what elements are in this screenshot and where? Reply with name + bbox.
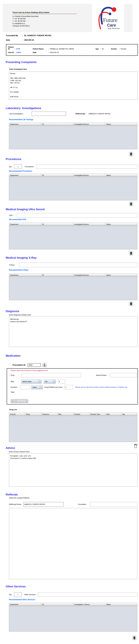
lab-investigation-input[interactable] bbox=[32, 112, 66, 116]
column-header-investigation: Investigation / Service bbox=[73, 603, 105, 606]
chevron-down-icon: ▼ bbox=[40, 385, 43, 389]
trash-icon bbox=[133, 636, 136, 639]
duration-unit-value: Day/s bbox=[32, 386, 37, 388]
other-services-qty-input[interactable] bbox=[14, 592, 22, 597]
visit-id-value: 12855 bbox=[16, 52, 21, 53]
logo-tagline: Body Mind Soul bbox=[108, 27, 120, 30]
duration-label: Duration : bbox=[10, 386, 21, 388]
add-drug-button[interactable]: + Add Drug bbox=[10, 399, 28, 403]
column-header-qty: Qty bbox=[121, 413, 137, 416]
company-email: E: jude@future.sc bbox=[12, 22, 77, 25]
column-header-investigation: Investigation/Service bbox=[73, 174, 105, 177]
drug-input[interactable] bbox=[21, 373, 81, 377]
special-notes-input[interactable] bbox=[110, 373, 137, 377]
company-name: Future Care by Future Holdings (Pty) Lim… bbox=[12, 12, 77, 13]
procedures-label: Procedures : bbox=[25, 166, 34, 168]
trash-icon bbox=[130, 152, 132, 156]
column-header-department: Department bbox=[9, 174, 41, 177]
other-services-delete-button[interactable] bbox=[132, 636, 136, 640]
trash-outline-icon bbox=[134, 444, 137, 448]
colon: : bbox=[48, 48, 49, 50]
recommended-uss-link[interactable]: Recommended USS bbox=[9, 218, 26, 220]
reffering-doctor-input[interactable] bbox=[23, 502, 64, 506]
logo-blue-dot bbox=[109, 12, 111, 15]
column-header-investigation: Investigation/Service bbox=[73, 123, 105, 126]
clinic-info-block: Future Care by Future Holdings (Pty) Lim… bbox=[3, 4, 77, 32]
diagnosis-textarea[interactable]: Mild Anemia Impress viral infection?? bbox=[9, 316, 138, 347]
per-meal-input[interactable] bbox=[64, 385, 73, 390]
xray-input[interactable] bbox=[19, 263, 138, 267]
per-meal-label: Drugs/Tablets per meal : bbox=[44, 386, 63, 388]
trash-icon bbox=[130, 302, 132, 305]
duration-unit-select[interactable]: Day/s ▼ bbox=[31, 385, 43, 389]
duration-input[interactable] bbox=[21, 385, 30, 390]
drug-list-table: Drug ID Drug Fequency Way Duration Durat… bbox=[9, 412, 137, 442]
age-label: Age bbox=[96, 48, 100, 50]
procedures-table: Department ID Investigation/Service Stat… bbox=[9, 174, 137, 200]
consultant-label: Consultant bbox=[78, 504, 86, 505]
uss-input[interactable] bbox=[17, 213, 138, 218]
xray-table-body bbox=[9, 277, 137, 300]
reffering-doctor-label: Reffering Doctor bbox=[9, 504, 22, 505]
refferals-sublabel: Select the needed Refferal bbox=[9, 497, 139, 499]
procedures-table-header: Department ID Investigation/Service Stat… bbox=[9, 174, 137, 177]
prescription-refresh-button[interactable] bbox=[42, 363, 47, 367]
recommended-xrays-link[interactable]: Recommended X-Rays bbox=[9, 269, 28, 271]
lab-testings-table: Department ID Investigation/Service Stat… bbox=[9, 122, 137, 149]
procedures-delete-button[interactable] bbox=[129, 202, 133, 206]
consulted-by-row: Consulted By:Dr. HANECKY FUENTE REYES bbox=[6, 34, 139, 36]
xray-delete-button[interactable] bbox=[129, 302, 133, 306]
way-select-value: Before Meal bbox=[22, 380, 32, 382]
age-value: 42 bbox=[102, 48, 104, 50]
gender-value: Female bbox=[120, 48, 126, 50]
reffered-by-value: HANECKY FUENTE REYES bbox=[89, 113, 110, 114]
procedures-qty-input[interactable] bbox=[14, 164, 22, 169]
way-label: Way bbox=[10, 380, 14, 382]
column-header-duration-type: Duration Type bbox=[89, 413, 105, 416]
drug-label: Drug bbox=[10, 374, 14, 376]
prescription-id-input[interactable] bbox=[28, 363, 41, 367]
recommended-procedures-link[interactable]: Recommended Procedures bbox=[9, 170, 32, 172]
drug-list-table-body bbox=[9, 416, 137, 442]
uss-delete-button[interactable] bbox=[129, 251, 133, 256]
advice-textarea[interactable]: Ferroglobin- 1 tab, od for 1/12 Come bac… bbox=[9, 453, 138, 487]
patient-age-group: Age:42 bbox=[96, 48, 111, 50]
drug-suggestion-warning: Please select the Drug from Drug suggess… bbox=[10, 370, 138, 371]
column-header-duration: Duration bbox=[73, 413, 89, 416]
consultant-input[interactable] bbox=[90, 502, 138, 506]
other-services-input[interactable] bbox=[38, 592, 138, 596]
lab-delete-button[interactable] bbox=[129, 152, 133, 156]
patient-info-row-1: Patient ID:6708 Patient Name:DANIELLE JO… bbox=[8, 46, 136, 50]
frequency-select[interactable]: OD ▼ bbox=[44, 380, 56, 384]
frequency-qty-input[interactable] bbox=[58, 379, 65, 384]
column-header-way: Way bbox=[57, 413, 73, 416]
consult-date-value: 2024-05-16 bbox=[24, 39, 34, 41]
column-header-fequency: Fequency bbox=[41, 413, 57, 416]
future-care-logo-graphic: Future Care ♥ Body Mind Soul bbox=[93, 6, 123, 30]
column-header-investigation: Investigation/Service bbox=[73, 223, 105, 226]
complaints-textarea[interactable]: Review FBC- WBC-5450 (OK) LYMP- 48.0 (H)… bbox=[9, 72, 138, 100]
section-heading-advice: Advice bbox=[6, 446, 139, 450]
column-header-department: Department bbox=[9, 274, 41, 276]
diagnosis-sublabel: Enter Diagnosis Details Here bbox=[9, 314, 139, 316]
other-services-trash-row bbox=[9, 636, 137, 640]
drug-list-table-header: Drug ID Drug Fequency Way Duration Durat… bbox=[9, 413, 137, 416]
way-select[interactable]: Before Meal ▼ bbox=[21, 380, 42, 384]
colon: : bbox=[15, 48, 15, 50]
section-heading-laboratory: Laboratory Investigations bbox=[6, 106, 139, 110]
recommended-other-services-link[interactable]: Recommended Other Services bbox=[9, 598, 35, 601]
procedures-input[interactable] bbox=[36, 165, 138, 168]
recommended-lab-testings-link[interactable]: Recommended Lab Testings bbox=[9, 118, 33, 120]
colon: : bbox=[48, 52, 49, 53]
patient-name-value: DANIELLE JOHNETTE LARUE bbox=[50, 48, 74, 50]
drug-list-delete-button[interactable] bbox=[134, 444, 137, 448]
future-care-logo: Future Care ♥ Body Mind Soul bbox=[92, 4, 124, 32]
patient-id-value: 6708 bbox=[16, 48, 20, 50]
visit-date-label: Date bbox=[33, 52, 48, 53]
patient-gender-group: Gender:Female bbox=[111, 48, 126, 50]
section-heading-medication: Medication bbox=[6, 354, 139, 358]
procedures-field-row: Qty : Procedures : bbox=[9, 164, 138, 169]
prescription-row: Prescription ID : bbox=[12, 363, 139, 367]
column-header-status: Status bbox=[105, 603, 137, 606]
prescription-id-label: Prescription ID : bbox=[12, 364, 26, 366]
